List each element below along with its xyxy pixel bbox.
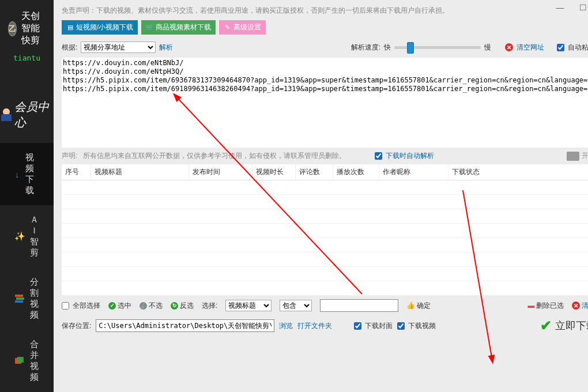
svg-rect-1 <box>16 297 24 300</box>
browse-link[interactable]: 浏览 <box>279 321 293 331</box>
save-label: 保存位置: <box>62 321 91 331</box>
clear-table-button[interactable]: ✕清空表格 <box>572 301 588 311</box>
member-center-label: 会员中心 <box>14 99 54 130</box>
check-circle-icon: ✓ <box>108 302 116 310</box>
selection-toolbar: 全部选择 ✓选中 ⚓不选 ↻反选 选择: 视频标题 包含 👍确定 ▬删除已选 ✕… <box>54 296 588 315</box>
table-row <box>62 281 588 296</box>
open-folder-link[interactable]: 打开文件夹 <box>297 321 332 331</box>
window-buttons: — ☐ ✕ <box>548 0 588 15</box>
nav-video-download[interactable]: ↓ 视频下载 <box>0 143 54 205</box>
check-bold-icon: ✔ <box>540 318 552 334</box>
uncheck-button[interactable]: ⚓不选 <box>140 301 163 311</box>
table-row <box>62 224 588 238</box>
auto-paste-input[interactable] <box>557 44 564 51</box>
table-row <box>62 209 588 224</box>
confirm-filter-button[interactable]: 👍确定 <box>406 301 431 311</box>
save-row: 保存位置: 浏览 打开文件夹 下载封面 下载视频 ✔ 立即下载 <box>54 315 588 338</box>
col-duration[interactable]: 视频时长 <box>252 164 295 180</box>
col-status[interactable]: 下载状态 <box>448 164 588 180</box>
check-button[interactable]: ✓选中 <box>108 301 131 311</box>
table-row <box>62 195 588 209</box>
member-avatar-icon <box>0 108 11 121</box>
cart-icon: 🛒 <box>146 24 153 31</box>
choose-column-select[interactable]: 视频标题 <box>225 300 272 311</box>
parse-config-row: 根据: 视频分享地址 解析 解析速度: 快 慢 ✕ 清空网址 自动粘贴网址 <box>54 39 588 55</box>
table-row <box>62 252 588 267</box>
svg-rect-2 <box>15 300 23 303</box>
select-all-input[interactable] <box>62 302 69 310</box>
result-table-wrap: 序号 视频标题 发布时间 视频时长 评论数 播放次数 作者昵称 下载状态 <box>62 164 588 296</box>
svg-rect-0 <box>15 295 23 297</box>
col-comments[interactable]: 评论数 <box>295 164 333 180</box>
thumbs-up-icon: 👍 <box>406 301 415 310</box>
start-parse-button[interactable]: 开始解析 <box>567 151 588 161</box>
result-table: 序号 视频标题 发布时间 视频时长 评论数 播放次数 作者昵称 下载状态 <box>62 164 588 296</box>
dl-now-label: 立即下载 <box>555 319 588 333</box>
clear-table-x-icon: ✕ <box>572 301 580 310</box>
film-icon: ▤ <box>66 24 74 31</box>
tab-short-video[interactable]: ▤ 短视频/小视频下载 <box>62 20 138 35</box>
filter-input[interactable] <box>320 299 398 312</box>
clear-urls-link[interactable]: 清空网址 <box>517 43 544 52</box>
table-row <box>62 180 588 195</box>
speed-label: 解析速度: <box>351 43 380 52</box>
according-select[interactable]: 视频分享地址 <box>81 42 156 53</box>
dl-cover-input[interactable] <box>354 322 361 330</box>
col-title[interactable]: 视频标题 <box>91 164 189 180</box>
app-title: 天创智能快剪 <box>21 10 48 47</box>
url-textarea[interactable]: https://v.douyin.com/eNtBNbJ/ https://v.… <box>62 58 588 148</box>
download-now-button[interactable]: ✔ 立即下载 <box>540 318 588 334</box>
auto-paste-checkbox[interactable]: 自动粘贴网址 <box>557 43 588 52</box>
col-pubtime[interactable]: 发布时间 <box>189 164 252 180</box>
start-parse-label: 开始解析 <box>582 151 588 161</box>
auto-parse-checkbox[interactable]: 下载时自动解析 <box>375 151 434 161</box>
app-logo-row: 乙 天创智能快剪 <box>0 0 54 51</box>
tab-strip: ▤ 短视频/小视频下载 🛒 商品视频素材下载 ✎ 高级设置 <box>54 20 588 39</box>
nav-merge-label: 合并视频 <box>30 339 39 383</box>
speed-slider[interactable] <box>394 46 481 49</box>
clear-table-label: 清空表格 <box>582 301 588 311</box>
speed-slow-label: 慢 <box>484 43 491 52</box>
select-all-checkbox[interactable]: 全部选择 <box>62 301 100 311</box>
nav-ai-clip[interactable]: ✨ Ａ Ｉ 智剪 <box>0 205 54 267</box>
save-path-input[interactable] <box>96 319 274 332</box>
ai-wand-icon: ✨ <box>15 232 24 241</box>
contains-select[interactable]: 包含 <box>280 300 312 311</box>
dl-cover-label: 下载封面 <box>365 321 393 331</box>
tab-product-video[interactable]: 🛒 商品视频素材下载 <box>141 20 216 35</box>
uncheck-label: 不选 <box>149 301 163 311</box>
dl-video-label: 下载视频 <box>408 321 436 331</box>
tab-advanced[interactable]: ✎ 高级设置 <box>219 20 266 35</box>
maximize-button[interactable]: ☐ <box>571 0 588 15</box>
choose-label: 选择: <box>202 301 217 311</box>
avatar-area <box>0 69 54 90</box>
check-label: 选中 <box>118 301 131 311</box>
col-no[interactable]: 序号 <box>62 164 91 180</box>
stmt-text: 所有信息均来自互联网公开数据，仅供参考学习使用，如有侵权，请联系管理员删除。 <box>83 151 346 161</box>
invert-button[interactable]: ↻反选 <box>171 301 194 311</box>
minimize-button[interactable]: — <box>548 0 571 15</box>
member-center[interactable]: 会员中心 <box>0 90 54 143</box>
merge-stack-icon <box>15 356 24 365</box>
nav-split-video[interactable]: 分割视频 <box>0 267 54 330</box>
clear-x-icon: ✕ <box>505 43 513 51</box>
delete-selected-button[interactable]: ▬删除已选 <box>527 301 564 311</box>
tab-product-label: 商品视频素材下载 <box>156 22 211 32</box>
auto-parse-input[interactable] <box>375 152 382 160</box>
col-plays[interactable]: 播放次数 <box>333 164 379 180</box>
nav-merge-video[interactable]: 合并视频 <box>0 330 54 392</box>
table-row <box>62 267 588 281</box>
stmt-prefix: 声明: <box>62 151 77 161</box>
download-cover-checkbox[interactable]: 下载封面 <box>354 321 393 331</box>
select-all-label: 全部选择 <box>73 301 100 311</box>
parse-link[interactable]: 解析 <box>159 43 173 52</box>
according-label: 根据: <box>62 43 77 52</box>
dl-video-input[interactable] <box>397 322 405 330</box>
auto-paste-label: 自动粘贴网址 <box>568 43 588 52</box>
sidebar: 乙 天创智能快剪 tiantu 会员中心 ↓ 视频下载 ✨ Ａ Ｉ 智剪 分割视… <box>0 0 54 392</box>
slider-thumb[interactable] <box>407 42 414 54</box>
tab-advanced-label: 高级设置 <box>233 22 261 32</box>
col-author[interactable]: 作者昵称 <box>379 164 448 180</box>
download-video-checkbox[interactable]: 下载视频 <box>397 321 436 331</box>
delete-icon: ▬ <box>527 301 534 310</box>
